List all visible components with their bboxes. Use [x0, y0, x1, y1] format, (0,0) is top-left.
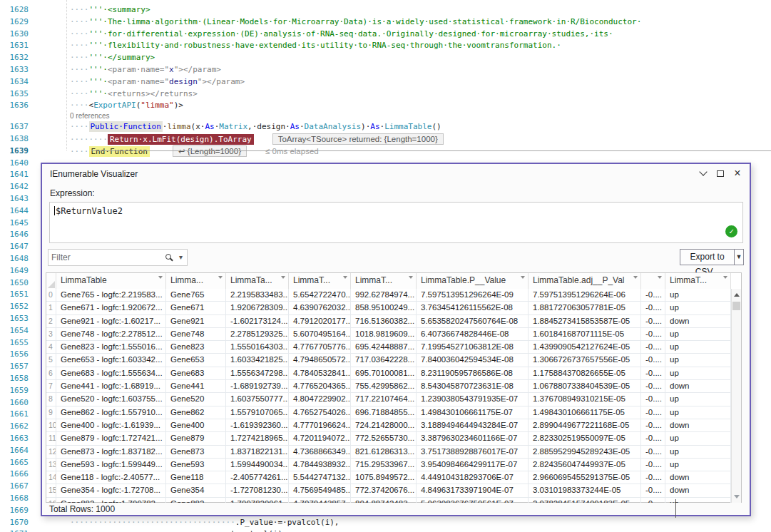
line-number: 1664 [6, 445, 29, 456]
row-index: 9 [46, 406, 56, 419]
table-row[interactable]: 8Gene520 - logfc:1.603755...Gene5201.603… [46, 393, 731, 406]
table-cell: 772.52655730... [351, 432, 417, 445]
sort-icon[interactable] [277, 277, 285, 289]
inline-value-box[interactable]: ToArray<TSource> returned: {Length=1000} [272, 133, 444, 145]
export-dropdown-icon[interactable]: ▼ [734, 250, 743, 265]
sort-icon[interactable] [719, 277, 727, 289]
grid-header: LimmaTableLimma...LimmaTa...LimmaT...Lim… [46, 273, 731, 289]
row-index: 0 [46, 289, 56, 302]
sort-icon[interactable] [404, 277, 413, 289]
table-cell: 1.7997829961... [226, 498, 289, 503]
sort-icon[interactable] [653, 277, 662, 289]
sort-icon[interactable] [629, 277, 638, 289]
vertical-scrollbar[interactable] [731, 289, 741, 503]
table-cell: Gene823 - logfc:1.555016... [56, 341, 166, 354]
code-line: 1639····End·Function↩ {Length=1000}≤ 0ms… [0, 145, 771, 158]
table-cell: Gene671 [166, 302, 226, 314]
column-header-label: LimmaTa... [230, 275, 272, 285]
sort-icon[interactable] [516, 277, 525, 289]
export-csv-split-button: Export to CSV... ▼ [680, 249, 744, 265]
table-cell: 858.95100249... [351, 302, 417, 314]
column-header[interactable] [46, 273, 56, 289]
table-cell: -1.689192739... [226, 380, 289, 393]
line-number: 1654 [6, 325, 29, 337]
table-cell: 4.7368866349... [289, 446, 351, 459]
maximize-button[interactable] [713, 166, 728, 180]
table-row[interactable]: 6Gene683 - logfc:1.555634...Gene6831.555… [46, 367, 731, 380]
column-header[interactable]: LimmaTa... [226, 273, 289, 289]
table-cell: 6.40736674828446E-08 [417, 328, 529, 341]
sort-icon[interactable] [214, 277, 223, 289]
table-cell: 2.823302519550097E-05 [529, 432, 641, 445]
table-row[interactable]: 10Gene400 - logfc:-1.61939...Gene400-1.6… [46, 419, 731, 432]
table-row[interactable]: 1Gene671 - logfc:1.920672...Gene6711.920… [46, 302, 731, 314]
maximize-icon [717, 170, 724, 177]
table-row[interactable]: 12Gene873 - logfc:1.837182...Gene8731.83… [46, 446, 731, 459]
column-header[interactable]: LimmaT... [351, 273, 417, 289]
table-cell: down [665, 484, 731, 497]
filter-input[interactable] [51, 251, 158, 264]
sort-icon[interactable] [339, 277, 347, 289]
code-text: ····'''·</summary> [70, 52, 155, 63]
table-cell: down [665, 471, 731, 484]
line-number: 1661 [6, 409, 29, 420]
table-row[interactable]: 9Gene862 - logfc:1.557910...Gene8621.557… [46, 406, 731, 419]
expression-input[interactable]: $ReturnValue2 ✓ [49, 202, 743, 243]
line-number: 1668 [6, 493, 29, 504]
table-cell: 1.5579107065... [226, 406, 289, 419]
codelens-references[interactable]: 0 references [70, 112, 110, 121]
dialog-titlebar[interactable]: IEnumerable Visualizer × [42, 164, 750, 183]
table-cell: 696.71884855... [351, 406, 417, 419]
column-header[interactable]: Limma... [166, 273, 226, 289]
export-csv-button[interactable]: Export to CSV... [680, 250, 734, 265]
table-cell: 1.175884370826655E-05 [529, 367, 641, 380]
code-line: 1628····'''·<summary> [0, 4, 771, 16]
valid-check-icon: ✓ [725, 225, 737, 237]
ienumerable-visualizer-dialog: IEnumerable Visualizer × Expression: $Re… [41, 163, 751, 516]
table-cell: 1075.8949572... [351, 471, 417, 484]
table-row[interactable]: 2Gene921 - logfc:-1.60217...Gene921-1.60… [46, 315, 731, 328]
search-icon[interactable] [165, 254, 171, 260]
column-header[interactable]: LimmaT... [289, 273, 351, 289]
table-row[interactable]: 0Gene765 - logfc:2.219583...Gene7652.219… [46, 289, 731, 302]
table-cell: 5.6542722470... [289, 289, 351, 302]
table-cell: Gene653 - logfc:1.603342... [56, 354, 166, 367]
table-row[interactable]: 3Gene748 - logfc:2.278512...Gene7482.278… [46, 328, 731, 341]
filter-dropdown-icon[interactable]: ▾ [179, 253, 183, 261]
table-row[interactable]: 5Gene653 - logfc:1.603342...Gene6531.603… [46, 354, 731, 367]
table-cell: 8.543045870723631E-08 [417, 380, 529, 393]
table-cell: Gene441 [166, 380, 226, 393]
table-cell: up [665, 432, 731, 445]
column-header[interactable]: LimmaTable.adj__P_Val [529, 273, 641, 289]
table-cell: -0.... [641, 289, 665, 302]
column-header[interactable]: LimmaTable.P__Value [417, 273, 529, 289]
dialog-title: IEnumerable Visualizer [50, 169, 138, 179]
table-row[interactable]: 4Gene823 - logfc:1.555016...Gene8231.555… [46, 341, 731, 354]
table-cell: 1.4399090542127624E-05 [529, 341, 641, 354]
column-header[interactable]: LimmaT... [665, 273, 731, 289]
collapse-button[interactable] [695, 166, 711, 180]
sort-icon[interactable] [154, 277, 163, 289]
scrollbar-thumb[interactable] [732, 302, 740, 310]
code-line: 1638········Return·x.LmFit(design).ToArr… [0, 133, 771, 145]
table-row[interactable]: 16Gene882 - logfc:1.799782...Gene8821.79… [46, 498, 731, 503]
row-index: 7 [46, 380, 56, 393]
row-index: 12 [46, 446, 56, 459]
table-row[interactable]: 13Gene593 - logfc:1.599449...Gene5931.59… [46, 459, 731, 471]
text-cursor [675, 499, 676, 518]
scrollbar-up-icon[interactable] [734, 293, 740, 297]
column-header[interactable] [641, 273, 665, 289]
table-row[interactable]: 7Gene441 - logfc:-1.68919...Gene441-1.68… [46, 380, 731, 393]
line-number: 1631 [6, 40, 29, 51]
code-text: ····'''·<summary> [70, 4, 150, 16]
column-header[interactable]: LimmaTable [56, 273, 166, 289]
scrollbar-down-icon[interactable] [734, 495, 740, 498]
table-row[interactable]: 14Gene118 - logfc:-2.40577...Gene118-2.4… [46, 471, 731, 484]
line-number: 1663 [6, 433, 29, 444]
table-cell: down [665, 315, 731, 328]
table-row[interactable]: 11Gene879 - logfc:1.727421...Gene8791.72… [46, 432, 731, 445]
table-row[interactable]: 15Gene354 - logfc:-1.72708...Gene354-1.7… [46, 484, 731, 497]
table-cell: 821.61286313... [351, 446, 417, 459]
table-cell: 5.6535820247560764E-08 [417, 315, 529, 328]
close-button[interactable]: × [730, 166, 745, 180]
